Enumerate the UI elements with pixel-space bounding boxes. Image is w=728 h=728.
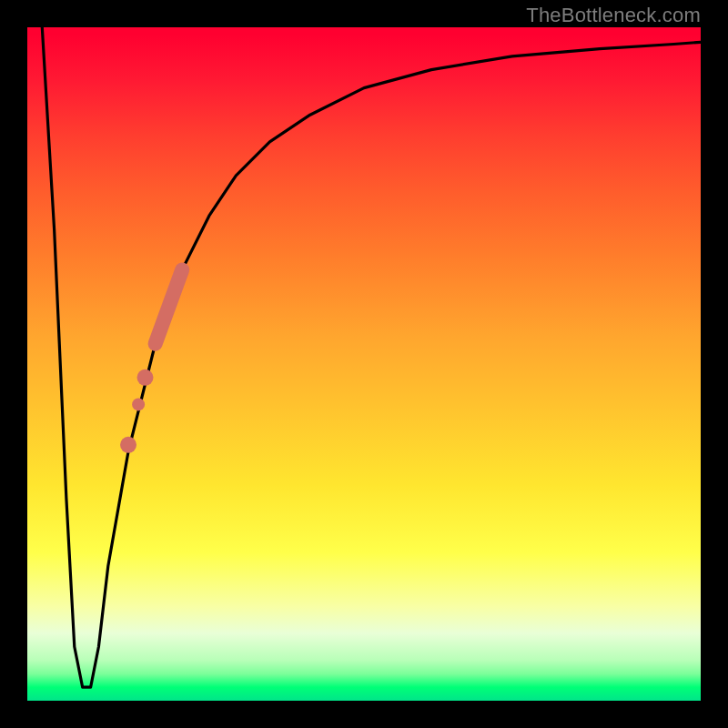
dot-2 bbox=[132, 398, 145, 410]
chart-frame: TheBottleneck.com bbox=[0, 0, 728, 728]
dot-3 bbox=[120, 437, 136, 453]
curve-layer bbox=[27, 27, 701, 701]
bottleneck-curve bbox=[42, 27, 701, 687]
dot-1 bbox=[137, 369, 154, 386]
watermark-text: TheBottleneck.com bbox=[526, 4, 701, 27]
highlight-segment bbox=[156, 269, 183, 343]
plot-area bbox=[27, 27, 701, 701]
